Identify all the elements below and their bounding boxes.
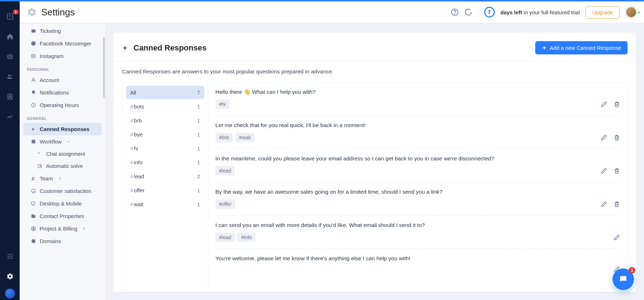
- rail-analytics[interactable]: [4, 111, 16, 122]
- sidebar-item-account[interactable]: Account: [23, 74, 102, 86]
- rail-home[interactable]: [4, 31, 16, 42]
- edit-icon[interactable]: [601, 201, 607, 207]
- sidebar-item-label: Notifications: [40, 89, 69, 96]
- response-item: You're welcome, please let me know if th…: [215, 255, 620, 279]
- hash-icon: #: [130, 117, 133, 124]
- sidebar-item-chat-assignment[interactable]: Chat assignment: [23, 148, 102, 160]
- svg-point-20: [31, 41, 36, 46]
- user-avatar[interactable]: [625, 6, 637, 18]
- tags-filter-list: All7#bots1#brb1#bye1#hi1#info1#lead2#off…: [122, 82, 208, 292]
- assignment-icon: [37, 151, 43, 157]
- svg-rect-19: [31, 29, 35, 33]
- response-tag[interactable]: #info: [238, 233, 255, 242]
- add-canned-response-button[interactable]: Add a new Canned Response: [535, 41, 628, 54]
- svg-point-22: [33, 55, 34, 57]
- sidebar-item-workflow[interactable]: Workflow: [23, 135, 102, 148]
- chat-widget-button[interactable]: 1: [613, 268, 634, 290]
- bell-icon: [30, 90, 36, 96]
- sidebar-item-label: Facebook Messenger: [40, 40, 91, 47]
- sidebar-item-label: Workflow: [40, 139, 62, 145]
- sidebar-item-domains[interactable]: Domains: [23, 235, 102, 247]
- rail-brand-logo[interactable]: [5, 289, 15, 299]
- response-tag[interactable]: #wait: [235, 133, 254, 142]
- scrollbar-thumb[interactable]: [103, 37, 105, 98]
- response-text: I can send you an email with more detail…: [215, 222, 620, 228]
- tag-filter-wait[interactable]: #wait1: [126, 198, 204, 211]
- response-tag[interactable]: #lead: [215, 233, 235, 242]
- workflow-icon: [30, 139, 36, 145]
- rail-inbox[interactable]: 1: [4, 11, 16, 22]
- tag-filter-hi[interactable]: #hi1: [126, 142, 204, 155]
- sidebar-item-label: Domains: [40, 238, 61, 244]
- tag-label: brb: [134, 117, 197, 124]
- sidebar-item-desktop-mobile[interactable]: Desktop & Mobile: [23, 197, 102, 210]
- chat-widget-badge: 1: [629, 267, 635, 274]
- response-tag[interactable]: #offer: [215, 199, 235, 209]
- rail-bot[interactable]: [4, 51, 16, 62]
- tag-count: 1: [197, 104, 200, 110]
- sidebar-item-operating-hours[interactable]: Operating Hours: [23, 99, 102, 111]
- delete-icon[interactable]: [614, 168, 620, 174]
- sidebar-item-label: Operating Hours: [40, 102, 79, 108]
- sidebar-item-label: Ticketing: [40, 28, 61, 34]
- domains-icon: [30, 238, 36, 244]
- tag-filter-lead[interactable]: #lead2: [126, 170, 204, 183]
- tag-filter-all[interactable]: All7: [126, 86, 204, 99]
- rail-contacts[interactable]: [4, 71, 16, 82]
- page-title: Settings: [41, 7, 75, 18]
- tag-count: 1: [197, 118, 200, 124]
- sidebar-item-notifications[interactable]: Notifications: [23, 86, 102, 99]
- help-icon[interactable]: [451, 8, 459, 16]
- sidebar-item-contact-properties[interactable]: Contact Properties: [23, 210, 102, 222]
- sidebar-item-automatic-solve[interactable]: Automatic solve: [23, 160, 102, 172]
- status-online-dot: [637, 11, 640, 14]
- tag-filter-info[interactable]: #info1: [126, 156, 204, 169]
- svg-point-6: [8, 74, 10, 76]
- svg-point-10: [8, 254, 9, 255]
- edit-icon[interactable]: [614, 234, 620, 241]
- svg-point-29: [34, 178, 35, 179]
- edit-icon[interactable]: [601, 168, 607, 174]
- sidebar-item-fb-messenger[interactable]: Facebook Messenger: [23, 37, 102, 50]
- svg-point-26: [38, 153, 40, 154]
- tag-label: lead: [134, 173, 197, 179]
- svg-rect-3: [8, 55, 12, 59]
- response-tag[interactable]: #brb: [215, 133, 233, 142]
- svg-point-30: [31, 189, 35, 193]
- response-tag[interactable]: #lead: [215, 166, 235, 175]
- folder-icon: [30, 213, 36, 219]
- tag-filter-offer[interactable]: #offer1: [126, 184, 204, 197]
- edit-icon[interactable]: [601, 101, 607, 107]
- sidebar-item-instagram[interactable]: Instagram: [23, 50, 102, 62]
- chevron-right-icon: [82, 227, 86, 231]
- tag-filter-bots[interactable]: #bots1: [126, 100, 204, 113]
- delete-icon[interactable]: [614, 134, 620, 141]
- sidebar-item-ticketing[interactable]: Ticketing: [23, 25, 102, 37]
- sidebar-item-team[interactable]: Team: [23, 172, 102, 185]
- response-text: You're welcome, please let me know if th…: [215, 255, 620, 262]
- add-button-label: Add a new Canned Response: [550, 45, 621, 51]
- tag-filter-brb[interactable]: #brb1: [126, 114, 204, 127]
- tag-label: offer: [134, 187, 197, 193]
- sidebar-item-label: Project & Billing: [40, 226, 77, 232]
- rail-address-book[interactable]: [4, 91, 16, 102]
- tag-count: 1: [197, 202, 200, 207]
- sidebar-item-csat[interactable]: Customer satisfaction: [23, 185, 102, 197]
- delete-icon[interactable]: [614, 101, 620, 107]
- refresh-icon[interactable]: [464, 8, 472, 16]
- tag-filter-bye[interactable]: #bye1: [126, 128, 204, 141]
- tag-count: 2: [197, 174, 200, 179]
- response-tag[interactable]: #hi: [215, 100, 229, 109]
- tag-label: All: [130, 89, 197, 96]
- hash-icon: #: [130, 187, 133, 193]
- hash-icon: #: [130, 201, 133, 207]
- sidebar-item-canned-responses[interactable]: Canned Responses: [23, 123, 102, 135]
- upgrade-button[interactable]: Upgrade: [585, 6, 620, 19]
- sidebar-item-project-billing[interactable]: Project & Billing: [23, 222, 102, 235]
- rail-settings[interactable]: [4, 271, 16, 282]
- svg-point-18: [11, 258, 12, 259]
- rail-apps[interactable]: [4, 251, 16, 262]
- delete-icon[interactable]: [614, 201, 620, 207]
- edit-icon[interactable]: [601, 134, 607, 141]
- bolt-icon: [122, 45, 128, 51]
